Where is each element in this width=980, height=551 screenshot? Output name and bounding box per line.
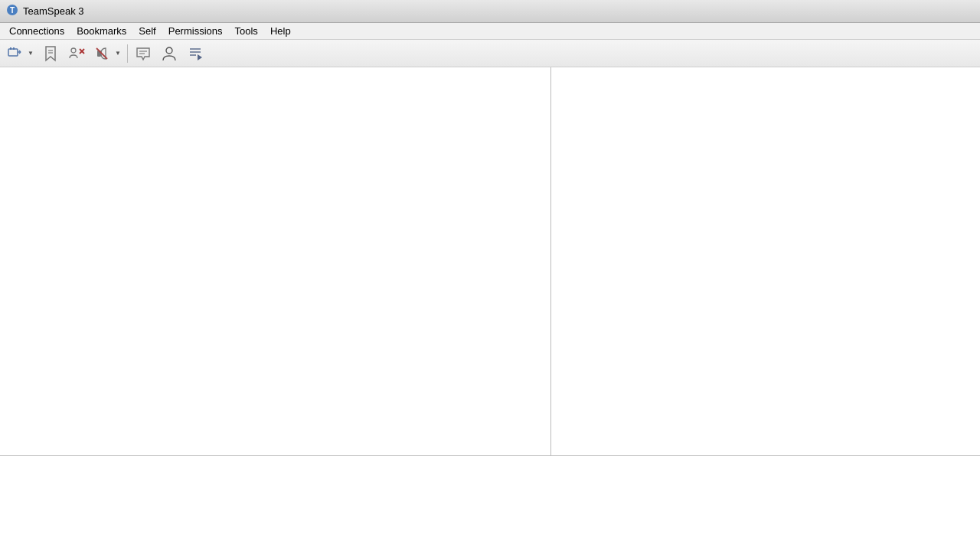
whisper-button[interactable] [183,43,207,64]
friends-icon [68,45,85,62]
chat-icon [135,45,152,62]
menu-self[interactable]: Self [132,24,162,38]
away-arrow-icon: ▼ [113,43,123,64]
menu-permissions[interactable]: Permissions [162,24,229,38]
connect-icon [4,43,25,64]
menu-help[interactable]: Help [264,24,297,38]
clients-icon [161,45,178,62]
toolbar: ▼ ▼ [0,40,980,67]
connect-arrow-icon: ▼ [25,43,36,64]
svg-point-18 [166,47,172,54]
clients-button[interactable] [157,43,181,64]
chat-button[interactable] [131,43,155,64]
away-icon [91,43,113,64]
bookmarks-icon [42,45,59,62]
friends-button[interactable] [64,43,89,64]
svg-marker-22 [198,54,202,60]
menu-bookmarks[interactable]: Bookmarks [70,24,132,38]
upper-section [0,67,980,455]
away-button[interactable]: ▼ [90,43,124,64]
svg-text:T: T [10,6,15,15]
svg-point-11 [71,48,76,53]
svg-rect-4 [13,47,15,50]
connect-button[interactable]: ▼ [3,43,37,64]
svg-marker-8 [46,47,55,60]
svg-rect-3 [10,47,11,50]
server-tree-panel [0,67,551,455]
menu-tools[interactable]: Tools [229,24,264,38]
chat-panel [0,455,980,551]
menu-connections[interactable]: Connections [3,24,70,38]
app-icon: T [6,4,18,18]
channel-info-panel [551,67,980,455]
menu-bar: Connections Bookmarks Self Permissions T… [0,23,980,40]
whisper-icon [187,45,204,62]
toolbar-separator-1 [127,44,128,63]
main-content [0,67,980,551]
svg-rect-2 [8,49,18,56]
title-bar: T TeamSpeak 3 [0,0,980,23]
title-text: TeamSpeak 3 [23,5,84,17]
bookmarks-button[interactable] [38,43,63,64]
